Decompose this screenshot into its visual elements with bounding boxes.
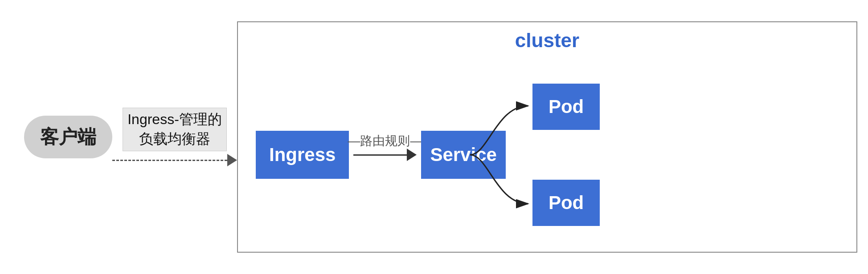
cluster-box: cluster Ingress —路由规则— Service [237, 21, 857, 253]
pod-top-label: Pod [549, 96, 584, 117]
pod-block-top: Pod [532, 84, 600, 130]
diagram-container: 客户端 Ingress-管理的 负载均衡器 cluster Ingress —路… [11, 10, 857, 264]
ingress-label: Ingress [269, 144, 336, 165]
dashed-line-row [112, 154, 237, 166]
pod-row-bottom: Pod [532, 180, 600, 226]
solid-arrow-connector: —路由规则— [353, 149, 417, 161]
dashed-line [112, 160, 227, 161]
pod-block-bottom: Pod [532, 180, 600, 226]
dashed-arrow: Ingress-管理的 负载均衡器 [112, 108, 237, 166]
client-node: 客户端 [24, 116, 112, 158]
connector-line1: Ingress-管理的 [127, 110, 222, 129]
connector-line2: 负载均衡器 [127, 129, 222, 149]
client-label: 客户端 [40, 126, 96, 147]
route-label: —路由规则— [348, 133, 422, 149]
pod-arrows-svg [470, 79, 541, 230]
cluster-label: cluster [515, 29, 579, 52]
arrow-head-right [227, 154, 237, 166]
pod-bottom-label: Pod [549, 192, 584, 213]
solid-arrow-head [407, 149, 417, 161]
ingress-block: Ingress [256, 131, 349, 179]
pod-row-top: Pod [532, 84, 600, 130]
pods-area: Pod Pod [532, 84, 600, 226]
solid-line [353, 154, 407, 156]
left-connector: Ingress-管理的 负载均衡器 [112, 108, 237, 166]
connector-label-box: Ingress-管理的 负载均衡器 [123, 108, 227, 151]
cluster-inner: Ingress —路由规则— Service [238, 58, 856, 252]
